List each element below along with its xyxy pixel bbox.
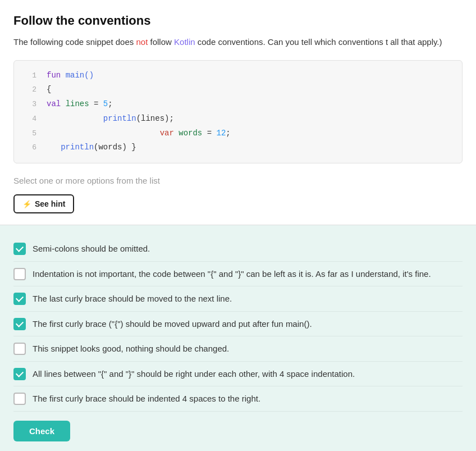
code-content-4: println(lines); xyxy=(47,112,174,126)
option-text-6: All lines between "{" and "}" should be … xyxy=(33,367,355,381)
option-text-7: The first curly brace should be indented… xyxy=(33,392,260,406)
code-line-1: 1 fun main() xyxy=(14,69,462,83)
option-text-4: The first curly brace ("{") should be mo… xyxy=(33,317,312,331)
top-section: Follow the conventions The following cod… xyxy=(0,0,476,225)
code-block: 1 fun main() 2 { 3 val lines = 5; 4 prin… xyxy=(13,60,463,164)
select-prompt: Select one or more options from the list xyxy=(13,176,463,185)
hint-button[interactable]: ⚡ See hint xyxy=(13,194,74,213)
code-line-2: 2 { xyxy=(14,83,462,97)
option-item-3[interactable]: The last curly brace should be moved to … xyxy=(13,286,463,312)
line-num-1: 1 xyxy=(23,70,36,82)
option-text-3: The last curly brace should be moved to … xyxy=(33,292,232,306)
lightning-icon: ⚡ xyxy=(22,200,31,208)
checkbox-7[interactable] xyxy=(13,393,26,405)
option-text-2: Indentation is not important, the code b… xyxy=(33,267,431,281)
description: The following code snippet does not foll… xyxy=(13,36,463,49)
page-title: Follow the conventions xyxy=(13,13,463,28)
code-content-2: { xyxy=(47,83,51,97)
code-content-6: println(words) } xyxy=(47,141,136,154)
kotlin-word: Kotlin xyxy=(174,37,195,47)
checkbox-6[interactable] xyxy=(13,368,26,380)
checkbox-1[interactable] xyxy=(13,243,26,255)
description-middle: follow Kotlin code conventions. Can you … xyxy=(148,37,442,47)
submit-button[interactable]: Check xyxy=(13,421,70,441)
code-content-3: val lines = 5; xyxy=(47,98,113,111)
hint-label: See hint xyxy=(35,199,65,208)
option-item-6[interactable]: All lines between "{" and "}" should be … xyxy=(13,362,463,387)
checkbox-4[interactable] xyxy=(13,318,26,330)
description-prefix: The following code snippet does xyxy=(13,37,136,47)
code-line-6: 6 println(words) } xyxy=(14,140,462,155)
code-line-3: 3 val lines = 5; xyxy=(14,97,462,112)
option-item-5[interactable]: This snippet looks good, nothing should … xyxy=(13,336,463,362)
line-num-5: 5 xyxy=(23,127,36,140)
checkbox-3[interactable] xyxy=(13,293,26,305)
checkbox-2[interactable] xyxy=(13,268,26,280)
line-num-4: 4 xyxy=(23,113,36,125)
option-item-7[interactable]: The first curly brace should be indented… xyxy=(13,386,463,412)
option-item-2[interactable]: Indentation is not important, the code b… xyxy=(13,262,463,287)
option-item-4[interactable]: The first curly brace ("{") should be mo… xyxy=(13,312,463,337)
options-section: Semi-colons should be omitted.Indentatio… xyxy=(0,225,476,451)
code-line-4: 4 println(lines); xyxy=(14,112,462,126)
code-line-5: 5 var words = 12; xyxy=(14,126,462,141)
not-word: not xyxy=(136,37,148,47)
code-content-5: var words = 12; xyxy=(47,127,231,140)
checkbox-5[interactable] xyxy=(13,343,26,355)
option-text-1: Semi-colons should be omitted. xyxy=(33,242,150,256)
code-content-1: fun main() xyxy=(47,69,94,83)
option-item-1[interactable]: Semi-colons should be omitted. xyxy=(13,236,463,262)
line-num-3: 3 xyxy=(23,98,36,111)
line-num-2: 2 xyxy=(23,84,36,96)
option-text-5: This snippet looks good, nothing should … xyxy=(33,342,229,356)
line-num-6: 6 xyxy=(23,142,36,154)
